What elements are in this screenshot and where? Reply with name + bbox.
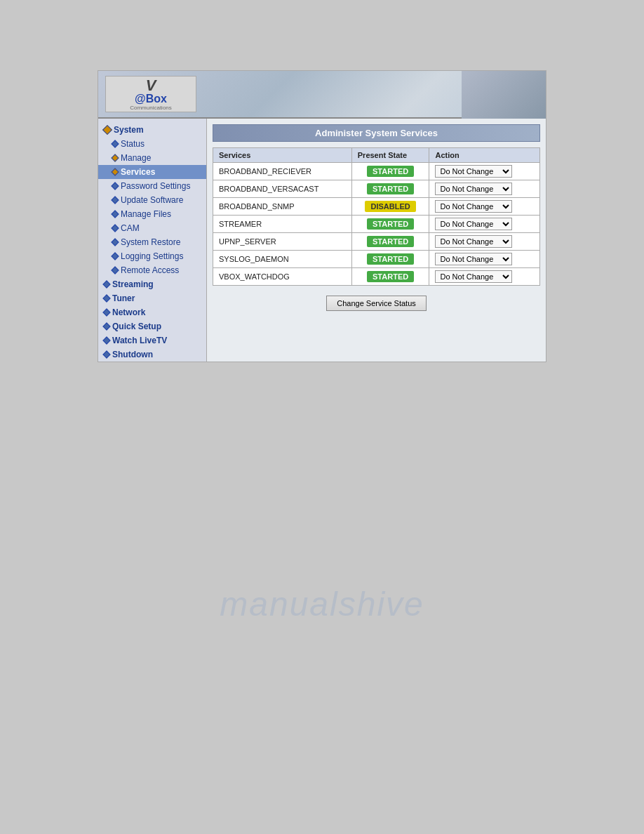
table-row: STREAMERSTARTEDDo Not ChangeStartStopRes…	[213, 216, 540, 233]
service-state: STARTED	[351, 163, 429, 180]
sidebar-manage-label: Manage	[121, 153, 151, 163]
change-service-status-button[interactable]: Change Service Status	[326, 296, 427, 311]
service-state: DISABLED	[351, 198, 429, 216]
action-select[interactable]: Do Not ChangeStartStopRestart	[435, 183, 512, 195]
table-row: VBOX_WATCHDOGSTARTEDDo Not ChangeStartSt…	[213, 268, 540, 286]
status-badge: STARTED	[367, 218, 414, 230]
diamond-icon	[111, 210, 119, 218]
service-action[interactable]: Do Not ChangeStartStopRestart	[429, 163, 540, 180]
sidebar-watchlivetv-label: Watch LiveTV	[112, 336, 167, 345]
service-state: STARTED	[351, 216, 429, 233]
sidebar-item-cam[interactable]: CAM	[98, 221, 206, 235]
sidebar-item-services[interactable]: Services	[98, 165, 206, 179]
action-select[interactable]: Do Not ChangeStartStopRestart	[435, 200, 512, 213]
sidebar-manage-files-label: Manage Files	[121, 209, 171, 219]
sidebar-item-status[interactable]: Status	[98, 137, 206, 151]
service-action[interactable]: Do Not ChangeStartStopRestart	[429, 233, 540, 251]
service-action[interactable]: Do Not ChangeStartStopRestart	[429, 268, 540, 286]
sidebar-item-update-software[interactable]: Update Software	[98, 193, 206, 207]
diamond-icon	[111, 196, 119, 204]
sidebar-shutdown-label: Shutdown	[112, 350, 153, 359]
table-row: BROADBAND_VERSACASTSTARTEDDo Not ChangeS…	[213, 180, 540, 198]
service-name: UPNP_SERVER	[213, 233, 352, 251]
logo-comm-text: Communications	[130, 105, 172, 111]
sidebar-item-system-restore[interactable]: System Restore	[98, 235, 206, 249]
diamond-icon	[102, 322, 110, 330]
sidebar-item-password-settings[interactable]: Password Settings	[98, 179, 206, 193]
section-title: Administer System Services	[213, 124, 540, 142]
sidebar-item-streaming[interactable]: Streaming	[98, 277, 206, 291]
sidebar-item-logging-settings[interactable]: Logging Settings	[98, 249, 206, 263]
status-badge: STARTED	[367, 271, 414, 282]
diamond-icon	[102, 336, 110, 344]
diamond-icon	[111, 224, 119, 232]
service-name: BROADBAND_RECIEVER	[213, 163, 352, 180]
header: V @Box Communications	[98, 71, 546, 119]
body-layout: System Status Manage Services Passw	[98, 119, 546, 362]
sidebar-restore-label: System Restore	[121, 237, 180, 247]
sidebar-tuner-label: Tuner	[112, 293, 135, 303]
status-badge: STARTED	[367, 183, 414, 194]
service-state: STARTED	[351, 180, 429, 198]
action-select[interactable]: Do Not ChangeStartStopRestart	[435, 218, 512, 230]
sidebar-status-label: Status	[121, 139, 145, 149]
service-action[interactable]: Do Not ChangeStartStopRestart	[429, 251, 540, 268]
service-action[interactable]: Do Not ChangeStartStopRestart	[429, 198, 540, 216]
sidebar-network-label: Network	[112, 307, 145, 317]
table-row: SYSLOG_DAEMONSTARTEDDo Not ChangeStartSt…	[213, 251, 540, 268]
service-state: STARTED	[351, 268, 429, 286]
action-select[interactable]: Do Not ChangeStartStopRestart	[435, 165, 512, 178]
sidebar-item-manage-files[interactable]: Manage Files	[98, 207, 206, 221]
service-state: STARTED	[351, 251, 429, 268]
diamond-icon	[102, 308, 110, 316]
sidebar-item-watch-livetv[interactable]: Watch LiveTV	[98, 333, 206, 348]
diamond-icon	[102, 125, 112, 135]
page-wrapper: V @Box Communications System Status	[0, 0, 644, 834]
diamond-icon	[111, 182, 119, 190]
status-badge: STARTED	[367, 253, 414, 265]
sidebar-item-network[interactable]: Network	[98, 305, 206, 319]
service-action[interactable]: Do Not ChangeStartStopRestart	[429, 216, 540, 233]
sidebar-item-remote-access[interactable]: Remote Access	[98, 263, 206, 277]
logo-v-icon: V	[146, 78, 156, 93]
sidebar-item-quick-setup[interactable]: Quick Setup	[98, 319, 206, 333]
diamond-icon	[111, 154, 119, 161]
service-name: STREAMER	[213, 216, 352, 233]
diamond-icon	[102, 350, 110, 358]
header-image	[462, 71, 546, 119]
diamond-icon	[102, 280, 110, 288]
service-name: SYSLOG_DAEMON	[213, 251, 352, 268]
watermark: manualshive	[220, 585, 424, 623]
sidebar-cam-label: CAM	[121, 223, 140, 233]
sidebar-services-label: Services	[121, 167, 155, 177]
btn-change-area: Change Service Status	[213, 296, 540, 311]
sidebar-logging-label: Logging Settings	[121, 251, 183, 261]
diamond-icon	[111, 140, 119, 147]
service-action[interactable]: Do Not ChangeStartStopRestart	[429, 180, 540, 198]
sidebar: System Status Manage Services Passw	[98, 119, 207, 362]
sidebar-streaming-label: Streaming	[112, 279, 154, 289]
service-name: VBOX_WATCHDOG	[213, 268, 352, 286]
main-content: Administer System Services Services Pres…	[207, 119, 546, 362]
action-select[interactable]: Do Not ChangeStartStopRestart	[435, 235, 512, 248]
table-row: BROADBAND_SNMPDISABLEDDo Not ChangeStart…	[213, 198, 540, 216]
col-action: Action	[429, 148, 540, 163]
sidebar-item-system[interactable]: System	[98, 123, 206, 137]
table-row: BROADBAND_RECIEVERSTARTEDDo Not ChangeSt…	[213, 163, 540, 180]
sidebar-quicksetup-label: Quick Setup	[112, 322, 161, 331]
sidebar-item-manage[interactable]: Manage	[98, 151, 206, 165]
diamond-icon	[111, 252, 119, 260]
table-row: UPNP_SERVERSTARTEDDo Not ChangeStartStop…	[213, 233, 540, 251]
action-select[interactable]: Do Not ChangeStartStopRestart	[435, 270, 512, 283]
diamond-icon	[111, 266, 119, 274]
sidebar-item-shutdown[interactable]: Shutdown	[98, 348, 206, 362]
logo-box: V @Box Communications	[105, 76, 196, 112]
col-services: Services	[213, 148, 352, 163]
action-select[interactable]: Do Not ChangeStartStopRestart	[435, 253, 512, 265]
sidebar-item-tuner[interactable]: Tuner	[98, 291, 206, 305]
main-container: V @Box Communications System Status	[98, 70, 546, 362]
sidebar-remote-label: Remote Access	[121, 265, 179, 275]
sidebar-update-label: Update Software	[121, 195, 183, 205]
service-name: BROADBAND_VERSACAST	[213, 180, 352, 198]
service-name: BROADBAND_SNMP	[213, 198, 352, 216]
